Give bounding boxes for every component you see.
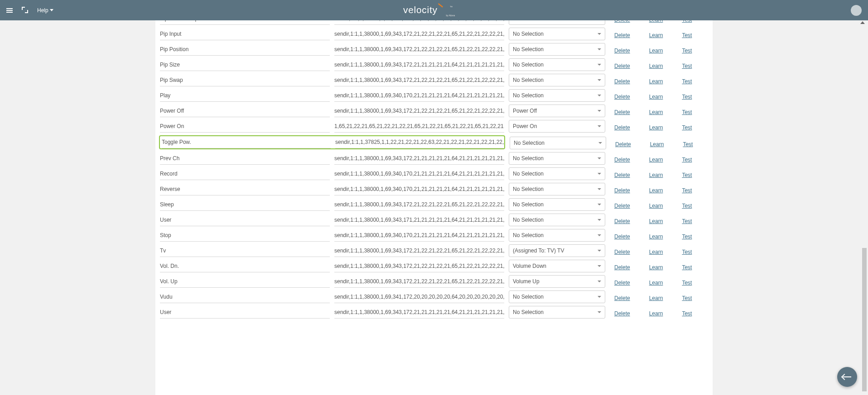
command-name-input[interactable]: Play	[160, 90, 330, 102]
learn-link[interactable]: Learn	[649, 187, 663, 194]
delete-link[interactable]: Delete	[614, 187, 630, 194]
assignment-select[interactable]: Power Off	[509, 105, 605, 117]
learn-link[interactable]: Learn	[649, 20, 663, 23]
command-name-input[interactable]: Tv	[160, 245, 330, 257]
test-link[interactable]: Test	[682, 157, 692, 163]
delete-link[interactable]: Delete	[614, 48, 630, 54]
command-code-input[interactable]: sendir,1:1,1,38000,1,69,343,172,21,22,21…	[334, 74, 504, 86]
assignment-select[interactable]: No Selection	[509, 28, 605, 40]
delete-link[interactable]: Delete	[614, 124, 630, 131]
command-code-input[interactable]: sendir,1:1,1,38000,1,69,343,172,21,22,21…	[334, 105, 504, 117]
help-menu[interactable]: Help	[37, 7, 53, 14]
command-name-input[interactable]: Stop	[160, 229, 330, 242]
delete-link[interactable]: Delete	[614, 310, 630, 317]
command-name-input[interactable]: Reverse	[160, 183, 330, 195]
learn-link[interactable]: Learn	[649, 249, 663, 255]
command-code-input[interactable]: sendir,1:1,1,38000,1,69,340,170,21,21,21…	[334, 229, 504, 242]
test-link[interactable]: Test	[682, 295, 692, 301]
learn-link[interactable]: Learn	[649, 157, 663, 163]
assignment-select[interactable]: No Selection	[509, 20, 605, 25]
assignment-select[interactable]: No Selection	[509, 306, 605, 319]
delete-link[interactable]: Delete	[614, 218, 630, 224]
test-link[interactable]: Test	[682, 280, 692, 286]
delete-link[interactable]: Delete	[614, 264, 630, 271]
command-code-input[interactable]: sendir,1:1,1,38000,1,69,343,172,21,22,21…	[334, 28, 504, 40]
delete-link[interactable]: Delete	[614, 280, 630, 286]
assignment-select[interactable]: No Selection	[509, 183, 605, 195]
command-name-input[interactable]: Vudu	[160, 291, 330, 303]
command-code-input[interactable]: sendir,1:1,1,38000,1,69,343,172,21,22,21…	[334, 43, 504, 56]
command-code-input[interactable]: sendir,1:1,1,38000,1,69,343,172,21,22,21…	[334, 260, 504, 272]
assignment-select[interactable]: Volume Down	[509, 260, 605, 272]
assignment-select[interactable]: No Selection	[509, 198, 605, 211]
test-link[interactable]: Test	[682, 203, 692, 209]
assignment-select[interactable]: Volume Up	[509, 275, 605, 288]
command-name-input[interactable]: Pip Size	[160, 59, 330, 71]
delete-link[interactable]: Delete	[614, 20, 630, 23]
command-code-input[interactable]: sendir,1:1,1,38000,1,69,340,170,21,21,21…	[334, 90, 504, 102]
test-link[interactable]: Test	[682, 233, 692, 240]
delete-link[interactable]: Delete	[614, 32, 630, 38]
fullscreen-icon[interactable]	[22, 7, 29, 14]
learn-link[interactable]: Learn	[649, 109, 663, 115]
test-link[interactable]: Test	[682, 124, 692, 131]
learn-link[interactable]: Learn	[649, 172, 663, 178]
learn-link[interactable]: Learn	[649, 63, 663, 69]
learn-link[interactable]: Learn	[649, 32, 663, 38]
command-name-input[interactable]: Prev Ch	[160, 152, 330, 165]
learn-link[interactable]: Learn	[649, 295, 663, 301]
learn-link[interactable]: Learn	[650, 141, 664, 148]
command-code-input[interactable]: sendir,1:1,1,38000,1,69,340,170,21,21,21…	[334, 183, 504, 195]
test-link[interactable]: Test	[682, 249, 692, 255]
delete-link[interactable]: Delete	[614, 109, 630, 115]
delete-link[interactable]: Delete	[614, 295, 630, 301]
test-link[interactable]: Test	[682, 310, 692, 317]
test-link[interactable]: Test	[682, 48, 692, 54]
command-name-input[interactable]: Power On	[160, 120, 330, 133]
command-name-input[interactable]: Record	[160, 168, 330, 180]
command-name-input[interactable]: Pip Input	[160, 28, 330, 40]
learn-link[interactable]: Learn	[649, 310, 663, 317]
command-name-input[interactable]: Toggle Pow.	[162, 136, 331, 148]
delete-link[interactable]: Delete	[614, 63, 630, 69]
command-code-input[interactable]: 1,65,21,22,21,65,21,22,21,22,21,65,21,22…	[334, 120, 504, 133]
assignment-select[interactable]: No Selection	[509, 58, 605, 71]
back-button[interactable]	[837, 367, 857, 387]
learn-link[interactable]: Learn	[649, 218, 663, 224]
command-name-input[interactable]: Vol. Dn.	[160, 260, 330, 272]
delete-link[interactable]: Delete	[614, 94, 630, 100]
learn-link[interactable]: Learn	[649, 264, 663, 271]
command-name-input[interactable]: Pip Position	[160, 43, 330, 56]
assignment-select[interactable]: No Selection	[509, 43, 605, 56]
delete-link[interactable]: Delete	[614, 249, 630, 255]
learn-link[interactable]: Learn	[649, 124, 663, 131]
test-link[interactable]: Test	[682, 63, 692, 69]
assignment-select[interactable]: No Selection	[509, 214, 605, 226]
test-link[interactable]: Test	[682, 20, 692, 23]
command-code-input[interactable]: sendir,1:1,1,38000,1,69,343,171,21,21,21…	[334, 214, 504, 226]
scroll-up-arrow[interactable]	[859, 21, 866, 24]
scrollbar-track[interactable]	[862, 248, 867, 391]
delete-link[interactable]: Delete	[614, 157, 630, 163]
learn-link[interactable]: Learn	[649, 280, 663, 286]
command-code-input[interactable]: sendir,1:1,1,38000,1,69,343,172,21,22,21…	[334, 199, 504, 211]
assignment-select[interactable]: No Selection	[509, 152, 605, 165]
test-link[interactable]: Test	[682, 32, 692, 38]
assignment-select[interactable]: No Selection	[509, 167, 605, 180]
test-link[interactable]: Test	[682, 94, 692, 100]
command-code-input[interactable]: sendir,1:1,1,38000,1,69,340,170,21,21,21…	[334, 168, 504, 180]
command-name-input[interactable]: Vol. Up	[160, 276, 330, 288]
assignment-select[interactable]: Power On	[509, 120, 605, 133]
assignment-select[interactable]: (Assigned To: TV) TV	[509, 244, 605, 257]
command-name-input[interactable]: User	[160, 214, 330, 226]
assignment-select[interactable]: No Selection	[509, 74, 605, 86]
command-name-input[interactable]: Sleep	[160, 199, 330, 211]
delete-link[interactable]: Delete	[614, 203, 630, 209]
learn-link[interactable]: Learn	[649, 94, 663, 100]
command-code-input[interactable]: sendir,1:1,1,38000,1,69,343,172,21,21,21…	[334, 152, 504, 165]
test-link[interactable]: Test	[682, 172, 692, 178]
learn-link[interactable]: Learn	[649, 203, 663, 209]
command-code-input[interactable]: sendir,1:1,1,37825,1,1,22,21,22,21,22,63…	[335, 136, 504, 148]
delete-link[interactable]: Delete	[614, 172, 630, 178]
test-link[interactable]: Test	[682, 264, 692, 271]
